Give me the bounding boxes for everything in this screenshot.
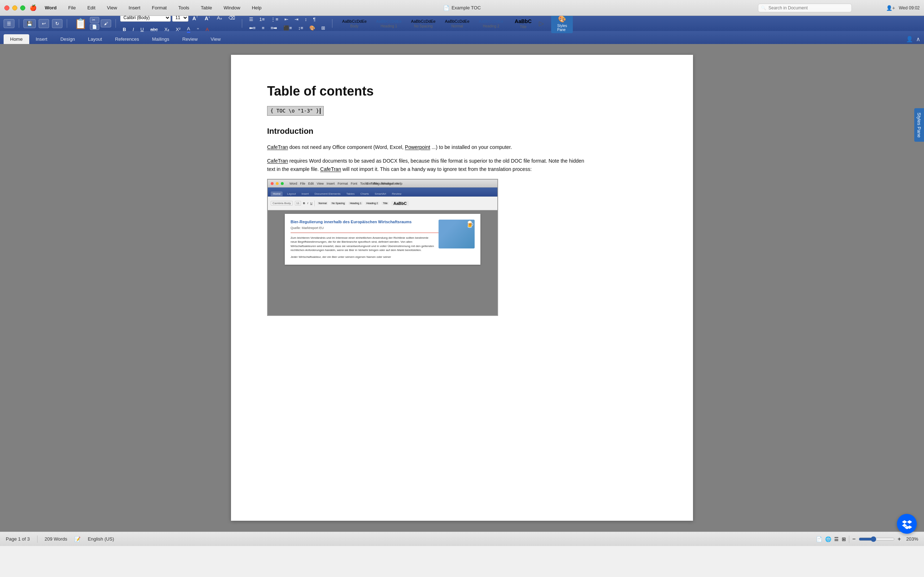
apple-icon[interactable]: 🍎 [30, 4, 37, 11]
paste-group: 📋 ✂ 📄 🖌 [73, 17, 111, 30]
numbering-button[interactable]: 1≡ [257, 16, 267, 23]
save-button[interactable]: 💾 [23, 19, 36, 28]
tab-view[interactable]: View [204, 34, 228, 44]
menu-insert[interactable]: Insert [126, 4, 142, 11]
embedded-screenshot: Word File Edit View Insert Format Font T… [267, 179, 498, 316]
align-row: ⬅≡ ≡ ≡➡ ⬛≡ ↕≡ 🎨 ⊞ [247, 24, 328, 32]
tab-mailings[interactable]: Mailings [145, 34, 176, 44]
maximize-button[interactable] [20, 5, 25, 10]
view-outline-button[interactable]: ☰ [834, 536, 839, 542]
style-title[interactable]: AaBbC Title [509, 16, 538, 31]
menu-tools[interactable]: Tools [176, 4, 191, 11]
sc-font-name: Cambria Body [271, 201, 293, 206]
borders-button[interactable]: ⊞ [319, 24, 328, 32]
tab-home[interactable]: Home [3, 34, 29, 44]
view-web-button[interactable]: 🌐 [825, 536, 831, 542]
spelling-check-icon[interactable]: 📝 [74, 536, 81, 542]
superscript-button[interactable]: X² [173, 26, 183, 33]
cafetran-link-3[interactable]: CafeTran [320, 166, 341, 172]
search-input[interactable] [758, 3, 852, 12]
highlight-button[interactable]: ⁼ [194, 26, 202, 33]
bold-button[interactable]: B [120, 26, 129, 33]
font-color-button[interactable]: A [184, 25, 193, 34]
status-sep-zoom [849, 535, 849, 543]
zoom-out-button[interactable]: − [852, 536, 855, 542]
text-color-button[interactable]: A [203, 26, 212, 33]
menu-table[interactable]: Table [199, 4, 214, 11]
styles-pane-tab[interactable]: Styles Pane [914, 108, 924, 142]
screenshot-content-inner: 🍺 Bier-Regulierung innerhalb des Europäi… [291, 220, 475, 252]
italic-button[interactable]: I [130, 26, 136, 33]
style-body[interactable]: AaBbCcDdEe Body [338, 17, 371, 30]
undo-button[interactable]: ↩ [39, 19, 49, 28]
multilevel-button[interactable]: ⋮≡ [268, 16, 281, 23]
tab-insert[interactable]: Insert [29, 34, 54, 44]
menu-view[interactable]: View [105, 4, 119, 11]
shading-button[interactable]: 🎨 [307, 24, 318, 32]
style-nospacing[interactable]: AaBbCcDdEe No Spacing [407, 17, 439, 30]
toolbar-row1: ☰ 💾 ↩ ↻ 📋 ✂ 📄 🖌 Calibri (Body) 11 A↑ A↓ … [0, 16, 924, 31]
zoom-level[interactable]: 203% [904, 536, 918, 542]
toc-field[interactable]: { TOC \o "1-3" } [267, 106, 324, 116]
tab-review[interactable]: Review [176, 34, 204, 44]
ribbon-chevron-button[interactable]: ∧ [916, 36, 921, 43]
underline-button[interactable]: U [138, 26, 146, 33]
dropbox-button[interactable] [897, 514, 917, 534]
tab-design[interactable]: Design [54, 34, 81, 44]
ribbon-collapse-button[interactable]: 👤 [906, 36, 913, 43]
menu-window[interactable]: Window [221, 4, 242, 11]
align-left-button[interactable]: ⬅≡ [247, 24, 258, 32]
bullets-button[interactable]: ☰ [247, 16, 256, 23]
styles-pane-icon: 🎨 [558, 15, 566, 23]
align-center-button[interactable]: ≡ [259, 24, 267, 32]
strikethrough-button[interactable]: abc [148, 26, 160, 33]
style-h2-preview: AaBbCcDdEe [479, 19, 504, 23]
sidebar-toggle-button[interactable]: ☰ [3, 19, 15, 28]
copy-button[interactable]: 📄 [90, 24, 99, 30]
line-spacing-button[interactable]: ↕≡ [296, 24, 306, 32]
cafetran-link-1[interactable]: CafeTran [267, 144, 288, 150]
sc-menu-edit: Edit [308, 182, 314, 185]
style-normal[interactable]: AaBbCcDdEe Normal [441, 17, 473, 30]
menu-format[interactable]: Format [150, 4, 169, 11]
language-indicator[interactable]: English (US) [88, 536, 114, 542]
style-heading1[interactable]: AaBbCcDdEe Heading 1 [372, 17, 406, 30]
zoom-slider[interactable] [859, 536, 895, 542]
status-sep-1 [37, 535, 37, 543]
sc-tab-insert: Insert [300, 192, 310, 196]
add-person-button[interactable]: 👤+ [886, 5, 895, 11]
style-heading2[interactable]: AaBbCcDdEe Heading 2 [475, 17, 507, 30]
style-nospace-name: No Spacing [414, 24, 433, 28]
styles-pane-button[interactable]: 🎨 StylesPane [551, 14, 573, 33]
document-heading: Table of contents [267, 84, 657, 99]
powerpoint-link[interactable]: Powerpoint [405, 144, 430, 150]
menu-help[interactable]: Help [250, 4, 264, 11]
format-painter-button[interactable]: 🖌 [101, 19, 111, 27]
view-print-button[interactable]: 📄 [816, 536, 822, 542]
menu-bar: Word File Edit View Insert Format Tools … [43, 4, 263, 11]
sort-button[interactable]: ↕ [302, 16, 310, 23]
show-formatting-button[interactable]: ¶ [311, 16, 318, 23]
increase-indent-button[interactable]: ⇥ [292, 16, 301, 23]
minimize-button[interactable] [12, 5, 17, 10]
tab-references[interactable]: References [109, 34, 145, 44]
styles-expand-button[interactable]: ▷ [539, 19, 544, 27]
align-right-button[interactable]: ≡➡ [268, 24, 280, 32]
traffic-lights [4, 5, 25, 10]
cut-button[interactable]: ✂ [90, 17, 99, 23]
paste-button[interactable]: 📋 [73, 17, 89, 30]
menu-edit[interactable]: Edit [85, 4, 97, 11]
close-button[interactable] [4, 5, 10, 10]
redo-button[interactable]: ↻ [52, 19, 63, 28]
zoom-in-button[interactable]: + [898, 536, 901, 542]
menu-file[interactable]: File [66, 4, 78, 11]
justify-button[interactable]: ⬛≡ [281, 24, 294, 32]
sc-underline: U [310, 201, 313, 205]
decrease-indent-button[interactable]: ⇤ [282, 16, 291, 23]
font-controls: Calibri (Body) 11 A↑ A↓ Aₐ ⌫ B I U abc X… [120, 13, 237, 34]
view-draft-button[interactable]: ⊞ [842, 536, 846, 542]
menu-word[interactable]: Word [43, 4, 59, 11]
subscript-button[interactable]: X₂ [162, 26, 172, 33]
cafetran-link-2[interactable]: CafeTran [267, 158, 288, 164]
tab-layout[interactable]: Layout [82, 34, 109, 44]
